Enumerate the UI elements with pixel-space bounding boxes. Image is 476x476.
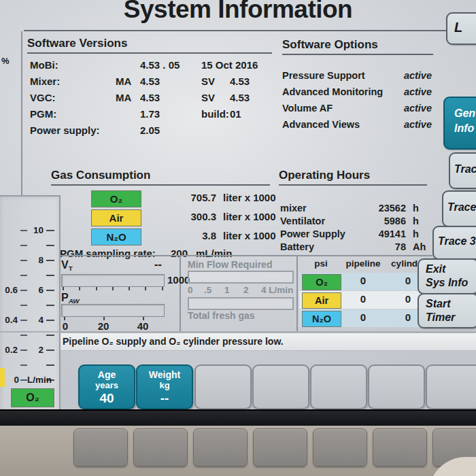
software-options-table: Pressure Supportactive Advanced Monitori… bbox=[282, 71, 432, 130]
hard-key[interactable] bbox=[373, 428, 427, 466]
flow-unit-label: L/min bbox=[27, 375, 58, 385]
min-flow-panel: Min Flow Required 0 .5 1 2 4 L/min Total… bbox=[182, 256, 296, 331]
so-status: active bbox=[404, 103, 432, 114]
weight-button-label: Weight bbox=[137, 369, 192, 380]
start-timer-button[interactable]: Start Timer bbox=[418, 293, 476, 328]
pipeline-value: 0 bbox=[341, 275, 385, 286]
sv-c1: MA bbox=[116, 92, 140, 103]
left-panel-border bbox=[21, 31, 22, 195]
n2o-badge: N₂O bbox=[91, 228, 141, 245]
operating-hours-underline bbox=[279, 184, 427, 186]
paw-tick-label: 20 bbox=[94, 320, 113, 332]
flow-scale-label-left: 0.4 bbox=[0, 315, 18, 325]
hours-row: Battery78Ah bbox=[280, 241, 433, 254]
gas-unit: liter x 1000 bbox=[223, 211, 276, 222]
hard-key[interactable] bbox=[193, 428, 248, 466]
hours-name: Power Supply bbox=[280, 228, 345, 239]
bottom-strip-bottom-border bbox=[0, 331, 476, 333]
sv-label: PGM: bbox=[30, 109, 116, 120]
software-options-heading: Software Options bbox=[282, 38, 378, 52]
sv-c3: SV bbox=[185, 92, 228, 103]
vt-value: -- bbox=[136, 258, 162, 271]
hard-key[interactable] bbox=[253, 428, 307, 466]
software-versions-table: MoBi:4.53 . 0515 Oct 2016 Mixer:MA4.53SV… bbox=[30, 60, 269, 136]
flow-scale-label-left: 0.2 bbox=[0, 345, 18, 355]
gas-value: 300.3 bbox=[143, 211, 216, 222]
hours-row: mixer23562h bbox=[280, 203, 433, 216]
o2-badge: O₂ bbox=[91, 190, 141, 207]
gas-row-o2: O₂ 705.7 liter x 1000 bbox=[54, 190, 286, 209]
psi-row-air: Air 0 0 bbox=[299, 291, 431, 309]
tab-gen-info-label: Gen bbox=[454, 107, 475, 120]
timer-label-1: Start bbox=[426, 298, 450, 310]
paw-tick-label: 40 bbox=[133, 320, 152, 332]
min-flow-title: Min Flow Required bbox=[188, 259, 272, 270]
hard-key[interactable] bbox=[133, 428, 188, 466]
vt-label: VT bbox=[61, 259, 73, 272]
flow-tick: 4 L/min bbox=[261, 285, 293, 295]
flow-scale-label-left: 0.6 bbox=[0, 285, 18, 295]
so-name: Advanced Views bbox=[282, 120, 404, 130]
sv-c4 bbox=[228, 125, 269, 136]
alarm-message-bar: Pipeline O₂ supply and O₂ cylinder press… bbox=[53, 333, 476, 351]
gas-value: 705.7 bbox=[143, 192, 216, 203]
hard-key[interactable] bbox=[313, 428, 367, 466]
psi-row-o2: O₂ 0 0 bbox=[299, 273, 431, 290]
o2-badge: O₂ bbox=[302, 274, 341, 290]
software-options-underline bbox=[282, 54, 433, 55]
sv-c4: 4.53 bbox=[228, 76, 269, 87]
sv-c2: 2.05 bbox=[140, 125, 185, 136]
sv-c3: build: bbox=[185, 109, 228, 120]
soft-button-blank[interactable] bbox=[252, 364, 309, 409]
panel-divider bbox=[296, 256, 298, 331]
soft-button-blank[interactable] bbox=[368, 364, 425, 409]
monitor-bezel bbox=[0, 409, 476, 427]
sv-label: MoBi: bbox=[30, 60, 116, 71]
flow-right-tick-marks bbox=[46, 230, 54, 382]
so-status: active bbox=[404, 87, 432, 97]
age-button[interactable]: Age years 40 bbox=[78, 364, 135, 409]
pipeline-col-header: pipeline bbox=[341, 258, 385, 269]
exit-sys-info-button[interactable]: Exit Sys Info bbox=[418, 258, 476, 294]
hard-key-row bbox=[73, 428, 476, 466]
hours-row: Power Supply49141h bbox=[280, 228, 433, 241]
software-versions-underline bbox=[27, 52, 272, 54]
operating-hours-heading: Operating Hours bbox=[279, 169, 370, 182]
sv-label: Power supply: bbox=[30, 125, 116, 136]
tab-trace-1[interactable]: Trace bbox=[449, 152, 476, 189]
sv-c3 bbox=[185, 125, 228, 136]
gas-consumption-underline bbox=[51, 184, 270, 186]
hours-value: 23562 bbox=[355, 203, 406, 214]
min-flow-bar bbox=[188, 271, 294, 284]
soft-button-blank[interactable] bbox=[426, 364, 476, 409]
sv-c2: 4.53 . 05 bbox=[140, 60, 185, 71]
tab-trace-2-label: Trace 2 bbox=[447, 201, 476, 214]
weight-button[interactable]: Weight kg -- bbox=[136, 364, 193, 409]
sv-c2: 1.73 bbox=[140, 109, 185, 120]
sv-c4 bbox=[228, 60, 269, 71]
gas-unit: liter x 1000 bbox=[223, 192, 276, 203]
alarm-message: Pipeline O₂ supply and O₂ cylinder press… bbox=[63, 336, 284, 347]
weight-button-unit: kg bbox=[137, 380, 192, 390]
soft-button-blank[interactable] bbox=[194, 364, 252, 409]
age-button-value: 40 bbox=[80, 391, 134, 406]
percent-label: % bbox=[1, 56, 10, 66]
paw-bar-gauge bbox=[61, 304, 165, 317]
hard-key[interactable] bbox=[73, 428, 128, 466]
tab-gen-info[interactable]: Gen Info bbox=[443, 97, 476, 150]
so-name: Pressure Support bbox=[282, 71, 404, 81]
pipeline-value: 0 bbox=[341, 311, 385, 323]
top-right-partial-button[interactable]: L bbox=[446, 12, 476, 45]
tab-trace-3[interactable]: Trace 3 bbox=[432, 226, 476, 260]
title-divider bbox=[24, 30, 449, 31]
soft-button-blank[interactable] bbox=[310, 364, 367, 409]
sv-label: VGC: bbox=[30, 92, 116, 103]
total-fresh-gas-bar bbox=[188, 297, 294, 310]
hours-unit: h bbox=[413, 203, 419, 214]
psi-table: psi pipeline cylinder O₂ 0 0 Air 0 0 N₂O… bbox=[299, 256, 432, 331]
paw-label: PAW bbox=[61, 292, 80, 305]
tab-trace-2[interactable]: Trace 2 bbox=[442, 190, 476, 227]
device-photo: System Information % Software Versions M… bbox=[0, 0, 476, 476]
sv-c1 bbox=[116, 60, 140, 71]
vt-tick-marks bbox=[63, 287, 163, 290]
